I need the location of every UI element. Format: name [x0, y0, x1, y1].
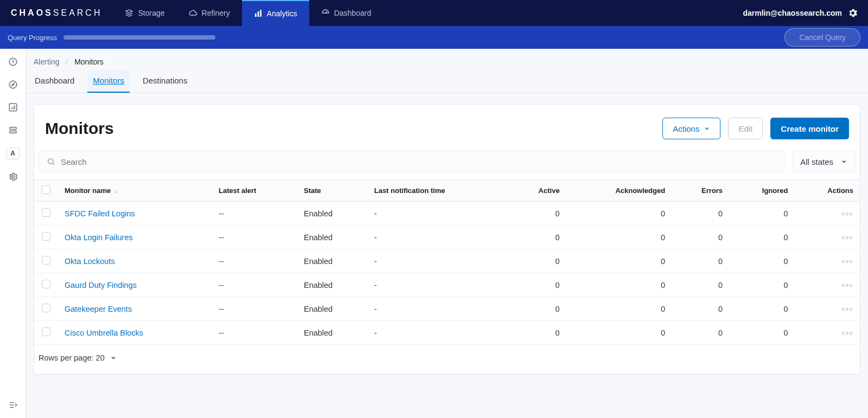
state: Enabled: [297, 202, 368, 226]
search-box[interactable]: [39, 150, 784, 173]
tab-monitors[interactable]: Monitors: [87, 70, 130, 93]
monitor-name-link[interactable]: SFDC Failed Logins: [58, 202, 212, 226]
cloud-icon: [189, 9, 197, 17]
row-actions-menu[interactable]: ▫▫▫: [794, 226, 860, 249]
active-count: 0: [509, 202, 566, 226]
tab-destinations[interactable]: Destinations: [142, 70, 189, 93]
breadcrumb-current: Monitors: [74, 57, 104, 66]
monitors-panel: Monitors Actions Edit Create monitor: [34, 104, 860, 375]
monitor-name-link[interactable]: Okta Login Failures: [58, 226, 212, 249]
nav-storage[interactable]: Storage: [113, 0, 176, 26]
breadcrumb: Alerting / Monitors: [26, 49, 868, 70]
table-row: Gatekeeper Events--Enabled-0000▫▫▫: [34, 297, 860, 321]
col-last-notif[interactable]: Last notification time: [368, 180, 509, 202]
monitor-name-link[interactable]: Cisco Umbrella Blocks: [58, 321, 212, 345]
col-latest-alert[interactable]: Latest alert: [212, 180, 297, 202]
row-checkbox[interactable]: [42, 327, 50, 336]
svg-rect-8: [10, 131, 16, 133]
select-all-checkbox[interactable]: [42, 185, 50, 194]
errors-count: 0: [672, 202, 729, 226]
state: Enabled: [297, 249, 368, 273]
svg-rect-1: [257, 11, 259, 17]
svg-point-10: [48, 159, 53, 164]
storage-icon: [125, 9, 133, 17]
query-progress-track: [63, 35, 215, 40]
rail-data-icon[interactable]: [8, 125, 18, 136]
edit-button[interactable]: Edit: [728, 118, 763, 139]
chevron-down-icon: [110, 355, 117, 361]
monitor-name-link[interactable]: Gatekeeper Events: [58, 297, 212, 321]
errors-count: 0: [672, 297, 729, 321]
latest-alert: --: [212, 202, 297, 226]
ignored-count: 0: [729, 226, 794, 249]
table-row: Okta Lockouts--Enabled-0000▫▫▫: [34, 249, 860, 273]
top-nav: CHAOSSEARCH Storage Refinery Analytics D…: [0, 0, 868, 26]
search-input[interactable]: [61, 157, 776, 166]
rail-alerting-icon[interactable]: A: [7, 147, 20, 159]
ignored-count: 0: [729, 202, 794, 226]
cancel-query-button[interactable]: Cancel Query: [784, 28, 860, 47]
chevron-down-icon: [704, 125, 710, 132]
row-actions-menu[interactable]: ▫▫▫: [794, 202, 860, 226]
svg-rect-2: [260, 10, 261, 17]
content-area: Alerting / Monitors Dashboard Monitors D…: [26, 49, 868, 418]
tabs: Dashboard Monitors Destinations: [26, 70, 868, 93]
col-active[interactable]: Active: [509, 180, 566, 202]
col-monitor-name[interactable]: Monitor name↓: [58, 180, 212, 202]
row-checkbox[interactable]: [42, 232, 50, 241]
col-ignored[interactable]: Ignored: [729, 180, 794, 202]
row-checkbox[interactable]: [42, 280, 50, 288]
nav-dashboard[interactable]: Dashboard: [309, 0, 384, 26]
breadcrumb-root[interactable]: Alerting: [34, 57, 59, 66]
state-filter[interactable]: All states: [792, 150, 856, 173]
last-notif: -: [368, 321, 509, 345]
rows-per-page[interactable]: Rows per page: 20: [34, 345, 860, 374]
monitor-name-link[interactable]: Okta Lockouts: [58, 249, 212, 273]
create-monitor-button[interactable]: Create monitor: [770, 118, 849, 139]
ignored-count: 0: [729, 273, 794, 297]
nav-dashboard-label: Dashboard: [334, 9, 372, 17]
active-count: 0: [509, 273, 566, 297]
ignored-count: 0: [729, 249, 794, 273]
user-menu[interactable]: darmlin@chaossearch.com: [733, 8, 869, 18]
tab-dashboard[interactable]: Dashboard: [34, 70, 75, 93]
monitor-name-link[interactable]: Gaurd Duty Findings: [58, 273, 212, 297]
last-notif: -: [368, 249, 509, 273]
svg-rect-7: [10, 127, 16, 130]
row-actions-menu[interactable]: ▫▫▫: [794, 249, 860, 273]
errors-count: 0: [672, 273, 729, 297]
query-progress-bar: Query Progress Cancel Query: [0, 26, 868, 49]
col-acknowledged[interactable]: Acknowledged: [566, 180, 672, 202]
actions-button[interactable]: Actions: [662, 118, 720, 139]
nav-refinery-label: Refinery: [202, 9, 230, 17]
rail-compass-icon[interactable]: [8, 79, 18, 90]
active-count: 0: [509, 321, 566, 345]
nav-storage-label: Storage: [138, 9, 164, 17]
row-checkbox[interactable]: [42, 304, 50, 312]
row-actions-menu[interactable]: ▫▫▫: [794, 273, 860, 297]
state: Enabled: [297, 297, 368, 321]
nav-analytics-label: Analytics: [267, 9, 297, 18]
state: Enabled: [297, 226, 368, 249]
errors-count: 0: [672, 321, 729, 345]
rail-collapse-icon[interactable]: [8, 400, 18, 410]
breadcrumb-sep: /: [66, 57, 68, 66]
rail-settings-icon[interactable]: [8, 171, 18, 182]
rail-visualize-icon[interactable]: [8, 102, 18, 113]
nav-refinery[interactable]: Refinery: [177, 0, 242, 26]
errors-count: 0: [672, 226, 729, 249]
active-count: 0: [509, 249, 566, 273]
row-checkbox[interactable]: [42, 208, 50, 217]
row-actions-menu[interactable]: ▫▫▫: [794, 321, 860, 345]
svg-rect-0: [255, 14, 257, 17]
table-row: SFDC Failed Logins--Enabled-0000▫▫▫: [34, 202, 860, 226]
row-actions-menu[interactable]: ▫▫▫: [794, 297, 860, 321]
rail-recent-icon[interactable]: [8, 56, 18, 67]
active-count: 0: [509, 226, 566, 249]
state: Enabled: [297, 321, 368, 345]
row-checkbox[interactable]: [42, 256, 50, 265]
col-state[interactable]: State: [297, 180, 368, 202]
nav-analytics[interactable]: Analytics: [242, 0, 309, 26]
col-errors[interactable]: Errors: [672, 180, 729, 202]
ignored-count: 0: [729, 321, 794, 345]
